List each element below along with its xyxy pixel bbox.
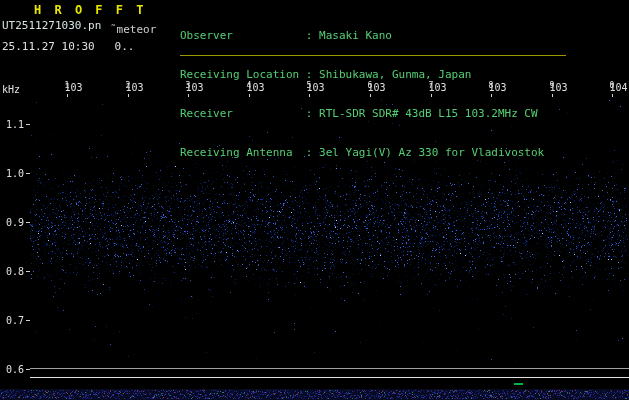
info-line-observer: Observer : Masaki Kano bbox=[180, 29, 544, 42]
x-tick-sup: 9 bbox=[550, 81, 555, 90]
datetime-label: 25.11.27 10:30 0.. bbox=[2, 40, 134, 53]
info-line-location: Receiving Location : Shibukawa, Gunma, J… bbox=[180, 68, 544, 81]
info-line-antenna: Receiving Antenna : 3el Yagi(V) Az 330 f… bbox=[180, 146, 544, 159]
y-tick-label: 0.9 bbox=[0, 217, 24, 228]
observer-info-block: Observer : Masaki Kano Receiving Locatio… bbox=[180, 3, 544, 185]
x-tick-sup: 3 bbox=[186, 81, 191, 90]
x-tick-label: 1038 bbox=[475, 82, 507, 93]
x-tick-mark bbox=[612, 94, 613, 97]
x-tick-label: 1034 bbox=[233, 82, 265, 93]
x-tick-label: 1032 bbox=[112, 82, 144, 93]
x-tick-label: 1035 bbox=[293, 82, 325, 93]
x-tick-sup: 8 bbox=[489, 81, 494, 90]
x-tick-label: 1033 bbox=[172, 82, 204, 93]
x-tick-mark bbox=[552, 94, 553, 97]
y-tick-mark bbox=[26, 369, 30, 370]
y-tick-mark bbox=[26, 173, 30, 174]
level-reference-line-upper bbox=[30, 368, 629, 369]
x-tick-label: 1037 bbox=[415, 82, 447, 93]
y-tick-mark bbox=[26, 124, 30, 125]
x-tick-sup: 5 bbox=[307, 81, 312, 90]
y-tick-label: 0.8 bbox=[0, 266, 24, 277]
station-name: ˜meteor bbox=[110, 23, 156, 36]
filename-label: UT2511271030.pn bbox=[2, 19, 101, 32]
info-line-receiver: Receiver : RTL-SDR SDR# 43dB L15 103.2MH… bbox=[180, 107, 544, 120]
y-tick-label: 0.6 bbox=[0, 364, 24, 375]
x-tick-mark bbox=[128, 94, 129, 97]
y-tick-mark bbox=[26, 320, 30, 321]
app-title: H R O F F T bbox=[34, 3, 146, 17]
hrofft-screen: H R O F F T UT2511271030.pn ˜meteor 25.1… bbox=[0, 0, 629, 400]
x-tick-label: 1031 bbox=[51, 82, 83, 93]
x-tick-sup: 2 bbox=[126, 81, 131, 90]
x-tick-sup: 1 bbox=[65, 81, 70, 90]
y-tick-label: 1.0 bbox=[0, 168, 24, 179]
level-reference-line-lower bbox=[30, 377, 629, 378]
x-tick-label: 1036 bbox=[354, 82, 386, 93]
x-tick-sup: 4 bbox=[247, 81, 252, 90]
x-tick-label: 1039 bbox=[536, 82, 568, 93]
y-axis-unit: kHz bbox=[2, 84, 20, 95]
y-tick-label: 0.7 bbox=[0, 315, 24, 326]
x-tick-mark bbox=[67, 94, 68, 97]
x-tick-sup: 0 bbox=[610, 81, 615, 90]
signal-marker bbox=[514, 383, 523, 385]
y-tick-mark bbox=[26, 222, 30, 223]
x-tick-sup: 6 bbox=[368, 81, 373, 90]
y-tick-mark bbox=[26, 271, 30, 272]
x-tick-label: 1040 bbox=[596, 82, 628, 93]
y-tick-label: 1.1 bbox=[0, 119, 24, 130]
x-tick-sup: 7 bbox=[429, 81, 434, 90]
